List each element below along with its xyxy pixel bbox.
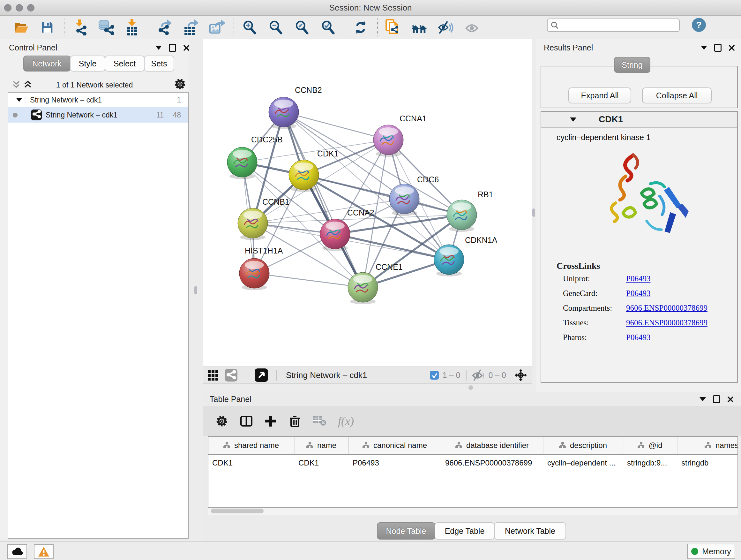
cell-namespace[interactable]: stringdb [677,455,738,471]
pan-crosshair-icon[interactable] [515,369,527,381]
cloud-icon [11,547,23,557]
tab-network-table[interactable]: Network Table [494,522,566,540]
import-network-from-database-button[interactable] [98,19,114,36]
column-header[interactable]: shared name [208,437,294,454]
column-header[interactable]: @id [623,437,677,454]
home-networks-button[interactable] [411,19,428,36]
tab-node-table[interactable]: Node Table [377,522,435,540]
search-input[interactable] [561,20,679,30]
cell-id[interactable]: stringdb:9... [623,455,677,471]
crosslink-tissues-link[interactable]: 9606.ENSP00000378699 [626,318,737,327]
zoom-selected-button[interactable] [320,19,336,36]
tab-style[interactable]: Style [70,56,105,71]
function-builder-icon: f(x) [338,415,354,428]
tab-string[interactable]: String [614,57,650,73]
column-header[interactable]: description [543,437,623,454]
warnings-button[interactable] [34,544,54,559]
splitter-dot[interactable] [468,385,473,390]
network-tree-root-row[interactable]: String Network – cdk1 1 [8,92,188,107]
right-divider-handle[interactable] [532,208,535,217]
toolbar-separator [377,18,378,37]
cell-description[interactable]: cyclin–dependent ... [543,455,623,471]
network-node-HIST1H1A[interactable]: HIST1H1A [239,246,283,290]
cell-name[interactable]: CDK1 [294,455,349,471]
column-header[interactable]: name [294,437,349,454]
network-node-CCNA1[interactable]: CCNA1 [374,114,427,157]
network-edge-HIST1H1A-CCNE1[interactable] [254,273,363,287]
hscrollbar-thumb[interactable] [211,509,264,513]
tab-select[interactable]: Select [105,56,145,71]
float-panel-icon[interactable] [714,44,722,52]
cell-database-identifier[interactable]: 9606.ENSP00000378699 [441,455,543,471]
collapse-gene-icon[interactable] [570,118,576,122]
create-column-plus-icon[interactable] [265,415,277,427]
network-node-CDKN1A[interactable]: CDKN1A [434,236,497,276]
copy-network-style-button[interactable] [385,19,401,36]
zoom-in-button[interactable] [241,19,258,36]
search-field[interactable] [547,18,680,32]
close-panel-icon[interactable] [729,45,735,51]
export-table-button[interactable] [183,19,199,36]
results-panel: Results Panel String Expand All Collapse… [536,39,741,392]
network-node-CCNE1[interactable]: CCNE1 [348,262,403,304]
close-panel-icon[interactable] [183,45,190,51]
float-panel-menu-icon[interactable] [155,46,162,50]
network-node-RB1[interactable]: RB1 [447,190,493,232]
float-panel-menu-icon[interactable] [701,46,707,50]
network-canvas[interactable]: CCNB2CCNA1CDC25BCDK1CDC6RB1CCNB1CCNA2CDK… [203,39,532,367]
zoom-out-button[interactable] [267,19,284,36]
expand-all-button[interactable]: Expand All [568,87,631,104]
open-in-window-icon[interactable] [255,368,268,382]
zoom-fit-button[interactable] [293,19,310,36]
export-image-button[interactable] [209,19,225,36]
collapse-all-button[interactable]: Collapse All [642,87,712,104]
network-node-label: CDC25B [251,135,283,144]
tab-sets[interactable]: Sets [144,56,174,71]
crosslink-pharos-link[interactable]: P06493 [626,333,737,342]
close-panel-icon[interactable] [727,396,734,402]
cell-canonical-name[interactable]: P06493 [349,455,441,471]
open-session-button[interactable] [13,19,29,36]
network-share-badge-icon[interactable] [225,369,238,381]
selected-nodes-checkbox-icon[interactable] [430,371,439,380]
crosslink-uniprot-link[interactable]: P06493 [626,274,737,283]
hide-selected-eye-slash-icon[interactable] [437,19,454,36]
network-tree-row-selected[interactable]: String Network – cdk1 11 48 [8,107,188,123]
network-options-gear-icon[interactable] [174,78,186,90]
network-node-CDK1[interactable]: CDK1 [289,149,339,192]
column-header[interactable]: namespace [677,437,738,454]
current-network-dot-icon [13,113,17,118]
table-row[interactable]: CDK1 CDK1 P06493 9606.ENSP00000378699 cy… [208,455,738,471]
show-columns-icon[interactable] [240,415,253,427]
cell-shared-name[interactable]: CDK1 [208,455,294,471]
gene-name: CDK1 [599,114,623,125]
column-header[interactable]: database identifier [441,437,543,454]
title-bar: Session: New Session [0,0,741,16]
gene-section-header[interactable]: CDK1 [541,112,737,128]
tree-collapse-icon[interactable] [17,98,22,102]
float-panel-icon[interactable] [713,395,720,403]
table-settings-gear-icon[interactable] [216,415,227,427]
table-hscrollbar[interactable] [208,508,738,515]
delete-table-icon [313,416,327,427]
float-panel-icon[interactable] [169,44,176,52]
import-network-button[interactable] [71,19,88,36]
network-edge-CCNB2-CCNE1[interactable] [284,112,363,287]
left-divider-handle[interactable] [194,286,197,294]
apply-layout-refresh-button[interactable] [352,19,369,36]
column-header[interactable]: canonical name [349,437,441,454]
cloud-services-button[interactable] [7,544,27,559]
birdseye-grid-icon[interactable] [208,370,218,381]
float-panel-menu-icon[interactable] [699,397,706,401]
memory-button[interactable]: Memory [687,544,735,559]
crosslink-genecard-link[interactable]: P06493 [626,289,737,298]
help-button[interactable]: ? [692,18,706,32]
import-table-button[interactable] [124,19,140,36]
network-node-CDC6[interactable]: CDC6 [389,175,439,216]
delete-column-trash-icon[interactable] [289,415,301,428]
export-network-button[interactable] [156,19,173,36]
crosslink-compartments-link[interactable]: 9606.ENSP00000378699 [626,304,737,313]
save-session-button[interactable] [39,19,56,36]
tab-network[interactable]: Network [23,56,71,71]
tab-edge-table[interactable]: Edge Table [434,522,495,540]
